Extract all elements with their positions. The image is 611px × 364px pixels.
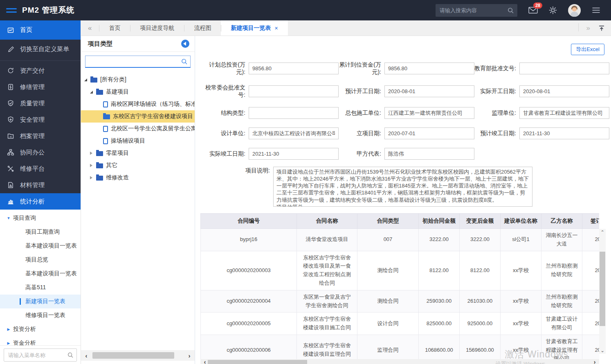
- sidebar-item-stats-analysis[interactable]: 统计分析: [0, 193, 81, 210]
- tree-node-0[interactable]: [所有分类]: [81, 74, 195, 86]
- collapse-arrow-icon[interactable]: [90, 152, 96, 155]
- submenu-item-9[interactable]: ▶资金分析: [0, 336, 81, 345]
- column-header-1[interactable]: 合同名称: [297, 214, 357, 229]
- field-input-general-contractor[interactable]: [384, 107, 474, 119]
- collapse-arrow-icon[interactable]: [90, 164, 96, 167]
- scroll-right-icon[interactable]: ›: [184, 352, 195, 359]
- tree-node-2[interactable]: 南校区网球场辅设（练习场、标准场）工程: [81, 98, 195, 110]
- sidebar-item-repair-mgmt[interactable]: 修缮管理: [0, 79, 81, 95]
- cell-2-1: 东区第一食堂及吉宁学生宿舍测绘合同: [297, 290, 357, 313]
- tabs-back-button[interactable]: «: [81, 20, 99, 36]
- tab-3[interactable]: 新建项目一览表×: [221, 20, 288, 36]
- field-input-actual-start-date[interactable]: [519, 85, 609, 97]
- tabs-forward-button[interactable]: »: [578, 24, 590, 32]
- global-search-input[interactable]: [436, 4, 517, 17]
- tab-1[interactable]: 项目进度导航: [130, 20, 184, 36]
- tab-0[interactable]: 首页: [99, 20, 130, 36]
- collapse-tabs-icon[interactable]: [598, 25, 605, 31]
- expand-arrow-icon[interactable]: [90, 91, 96, 94]
- sidebar-item-home[interactable]: 首页: [0, 20, 81, 40]
- field-input-project-description[interactable]: 项目建设地点位于兰州市西固区山丹街1539号兰州石化职业技术学院东校区校园内，总…: [273, 167, 532, 207]
- sidebar-item-collab-office[interactable]: 协同办公: [0, 144, 81, 161]
- field-input-planned-completion-date[interactable]: [519, 127, 609, 139]
- sidebar-item-safety-mgmt[interactable]: 安全管理: [0, 112, 81, 128]
- submenu-item-8[interactable]: ▶投资分析: [0, 322, 81, 336]
- field-input-approval-date[interactable]: [384, 127, 474, 139]
- tree-node-5[interactable]: 操场辅设项目: [81, 135, 195, 147]
- submenu-item-7[interactable]: 维修项目一览表: [0, 308, 81, 322]
- scroll-right-icon[interactable]: ›: [591, 359, 598, 364]
- field-input-design-unit[interactable]: [249, 127, 339, 139]
- table-row-1[interactable]: cg0000020200003东校区吉宁学生宿舍楼改造项目及第一食堂改造工程控制…: [201, 251, 600, 290]
- column-header-5[interactable]: 建设单位名称: [501, 214, 541, 229]
- scrollbar-thumb[interactable]: [208, 360, 307, 364]
- tree-node-6[interactable]: 零星项目: [81, 147, 195, 159]
- field-input-school-committee-approval-no[interactable]: [249, 85, 339, 97]
- panel-collapse-button[interactable]: [181, 40, 189, 48]
- scroll-left-icon[interactable]: ‹: [81, 352, 92, 359]
- column-header-6[interactable]: 乙方名称: [541, 214, 582, 229]
- column-header-4[interactable]: 变更后金额: [460, 214, 501, 229]
- gear-button[interactable]: [549, 6, 557, 14]
- scrollbar-thumb[interactable]: [92, 352, 174, 359]
- tree-node-4[interactable]: 北校区一号学生公寓及留学生公寓楼建设: [81, 123, 195, 135]
- sidebar-item-maintenance-platform[interactable]: 维修平台: [0, 161, 81, 177]
- field-input-owner-representative[interactable]: [384, 148, 474, 160]
- tree-node-1[interactable]: 基建项目: [81, 86, 195, 98]
- tree-node-3[interactable]: 东校区吉宁学生宿舍楼建设项目: [81, 110, 195, 123]
- tree-node-7[interactable]: 其它: [81, 159, 195, 172]
- submenu-item-0[interactable]: ▼项目查询: [0, 211, 81, 225]
- submenu-item-2[interactable]: 基本建设项目一览表: [0, 239, 81, 253]
- field-input-planned-start-date[interactable]: [384, 85, 474, 97]
- submenu-item-3[interactable]: 项目总览: [0, 253, 81, 267]
- close-icon[interactable]: ×: [274, 25, 278, 31]
- table-row-0[interactable]: byprj16清华食堂改造项目0073222.003222.00sl公司1湖南长…: [201, 229, 600, 251]
- field-input-accumulated-funds[interactable]: [384, 63, 474, 74]
- scrollbar-thumb[interactable]: [600, 252, 605, 326]
- column-header-2[interactable]: 合同类型: [357, 214, 419, 229]
- field-input-moe-approval-no[interactable]: [519, 63, 609, 74]
- column-header-0[interactable]: 合同编号: [201, 214, 297, 229]
- quality-icon: [7, 100, 14, 107]
- avatar[interactable]: [568, 4, 581, 17]
- scroll-up-icon[interactable]: ⌃: [599, 229, 606, 235]
- table-row-3[interactable]: cg0000020200005东校区吉宁学生宿舍楼建设项目施工合同设计合同825…: [201, 313, 600, 335]
- sidebar-item-quality-mgmt[interactable]: 质量管理: [0, 95, 81, 112]
- sidebar-item-archive-mgmt[interactable]: 档案管理: [0, 128, 81, 144]
- folder-icon: [96, 163, 103, 168]
- collapse-arrow-icon[interactable]: [90, 176, 96, 179]
- tab-2[interactable]: 流程图: [184, 20, 221, 36]
- table-row-2[interactable]: cg0000020200004东区第一食堂及吉宁学生宿舍测绘合同测绘合同2590…: [201, 290, 600, 313]
- sidebar-item-switch-custom-menu[interactable]: 切换至自定义菜单: [0, 40, 81, 59]
- menu-search-input[interactable]: [4, 348, 77, 362]
- mail-button[interactable]: 28: [528, 7, 538, 14]
- submenu-item-4[interactable]: 基本建设项目一览表: [0, 267, 81, 281]
- tree-node-8[interactable]: 维修改造: [81, 172, 195, 184]
- table-vertical-scrollbar[interactable]: ⌃ ⌄: [599, 229, 606, 354]
- submenu-item-6[interactable]: 新建项目一览表: [0, 295, 81, 308]
- scroll-down-icon[interactable]: ⌄: [599, 347, 606, 354]
- search-icon[interactable]: [67, 352, 74, 358]
- column-header-7[interactable]: 签订日期: [582, 214, 600, 229]
- sidebar-item-asset-delivery[interactable]: 资产交付: [0, 63, 81, 79]
- table-horizontal-scrollbar[interactable]: ‹ ›: [200, 359, 599, 364]
- field-input-actual-completion-date[interactable]: [249, 148, 339, 160]
- table-row-4[interactable]: cg0000020200006东校区吉宁学生宿舍楼建设项目监理合同监理合同106…: [201, 335, 600, 360]
- menu-icon[interactable]: [592, 7, 600, 13]
- hamburger-icon[interactable]: [6, 6, 17, 15]
- export-excel-button[interactable]: 导出Excel: [571, 44, 604, 55]
- column-header-3[interactable]: 初始合同金额: [419, 214, 460, 229]
- field-label-accumulated-funds: 累计到位资金(万元):: [339, 61, 384, 76]
- expand-arrow-icon[interactable]: [84, 78, 90, 81]
- tree-horizontal-scrollbar[interactable]: ‹ ›: [81, 350, 195, 361]
- submenu-item-1[interactable]: 项目工期查询: [0, 225, 81, 239]
- tree-search-input[interactable]: [85, 56, 178, 67]
- cell-3-5: xx学校: [501, 313, 541, 335]
- search-icon[interactable]: [507, 7, 514, 14]
- sidebar-item-material-mgmt[interactable]: 材料管理: [0, 177, 81, 193]
- search-icon[interactable]: [178, 58, 190, 65]
- submenu-item-5[interactable]: 高基511: [0, 281, 81, 295]
- field-input-structure-type[interactable]: [249, 107, 339, 119]
- field-input-planned-total-investment[interactable]: [249, 63, 339, 74]
- field-input-supervision-unit[interactable]: [519, 107, 609, 119]
